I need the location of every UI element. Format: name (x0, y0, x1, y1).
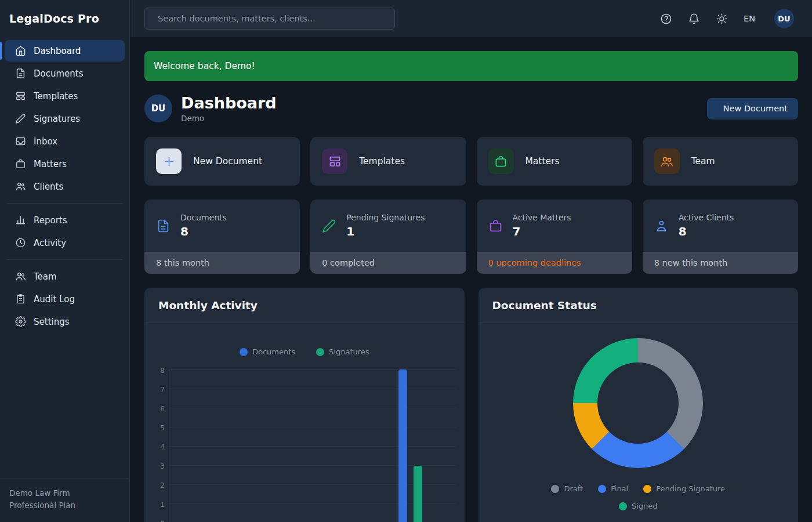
briefcase-icon (15, 158, 26, 169)
search-input[interactable] (158, 14, 387, 23)
sidebar-item-documents[interactable]: Documents (5, 63, 125, 84)
clock-icon (15, 237, 26, 248)
legend-dot (316, 348, 324, 356)
chart-header: Monthly Activity (144, 288, 465, 323)
chart-title: Monthly Activity (158, 299, 451, 311)
top-bar: EN DU (130, 0, 812, 37)
sidebar-item-clients[interactable]: Clients (5, 176, 125, 197)
quick-action-label: Templates (359, 156, 405, 166)
bar-documents[interactable] (398, 369, 407, 522)
stat-card-pending-signatures: Pending Signatures10 completed (310, 200, 466, 274)
stat-footer: 8 this month (144, 252, 300, 274)
document-status-card: Document Status DraftFinalPending Signat… (478, 288, 799, 522)
quick-action-new-document[interactable]: New Document (144, 137, 300, 186)
avatar: DU (144, 95, 172, 122)
legend-item-final[interactable]: Final (598, 484, 628, 493)
y-tick-label: 3 (160, 462, 165, 470)
stat-main: Pending Signatures1 (310, 200, 466, 252)
quick-action-label: Team (691, 156, 715, 166)
quick-action-team[interactable]: Team (643, 137, 798, 186)
legend-dot (551, 485, 559, 493)
templates-icon (322, 148, 347, 174)
search-box[interactable] (144, 8, 395, 30)
legend-item-signed[interactable]: Signed (619, 502, 658, 510)
bar-signatures[interactable] (414, 466, 422, 522)
briefcase-icon (488, 219, 503, 233)
sidebar-item-reports[interactable]: Reports (5, 209, 125, 231)
avatar: DU (774, 9, 794, 28)
sidebar-item-activity[interactable]: Activity (5, 232, 125, 253)
sidebar-item-templates[interactable]: Templates (5, 85, 125, 107)
user-icon (654, 219, 669, 233)
donut-chart-legend: DraftFinalPending SignatureSigned (539, 484, 737, 510)
legend-dot (619, 502, 627, 510)
donut-chart: DraftFinalPending SignatureSigned (478, 323, 799, 510)
legend-item-pending-signature[interactable]: Pending Signature (643, 484, 725, 493)
y-tick-label: 8 (160, 366, 165, 375)
chart-title: Document Status (492, 299, 785, 311)
page-title: Dashboard (181, 94, 277, 112)
header-actions: EN DU (660, 9, 798, 28)
plan-name: Professional Plan (9, 499, 120, 512)
sidebar-item-signatures[interactable]: Signatures (5, 108, 125, 129)
legend-label: Final (611, 484, 628, 493)
clipboard-icon (15, 293, 26, 304)
y-tick-label: 1 (160, 500, 165, 509)
sidebar-item-label: Settings (34, 317, 70, 327)
plus-icon (156, 148, 182, 174)
legend-label: Signed (632, 502, 658, 510)
stat-value: 7 (513, 224, 571, 238)
sun-icon[interactable] (716, 13, 728, 25)
pen-icon (15, 113, 26, 124)
legend-label: Draft (564, 484, 583, 493)
y-tick-label: 5 (160, 423, 165, 432)
welcome-banner: Welcome back, Demo! (144, 51, 798, 81)
sidebar-item-inbox[interactable]: Inbox (5, 130, 125, 152)
sidebar-item-label: Dashboard (34, 46, 81, 56)
bell-icon[interactable] (688, 13, 700, 25)
main-content: Welcome back, Demo! DU Dashboard Demo Ne… (130, 37, 812, 522)
new-document-button[interactable]: New Document (707, 98, 798, 119)
stat-main: Documents8 (144, 200, 300, 252)
gridline (169, 427, 456, 427)
briefcase-icon (488, 148, 514, 174)
legend-item-draft[interactable]: Draft (551, 484, 583, 493)
quick-action-templates[interactable]: Templates (310, 137, 466, 186)
sidebar-item-label: Inbox (34, 136, 57, 147)
donut-ring[interactable] (573, 338, 703, 468)
sidebar-item-label: Signatures (34, 114, 80, 124)
sidebar: LegalDocs Pro DashboardDocumentsTemplate… (0, 0, 130, 522)
sidebar-item-label: Activity (34, 238, 66, 248)
quick-action-matters[interactable]: Matters (477, 137, 632, 186)
sidebar-item-team[interactable]: Team (5, 266, 125, 287)
stat-label: Pending Signatures (346, 213, 425, 222)
sidebar-item-audit-log[interactable]: Audit Log (5, 288, 125, 310)
bar-chart-icon (15, 215, 26, 226)
legend-dot (643, 485, 651, 493)
stat-footer: 0 completed (310, 252, 466, 274)
document-icon (156, 219, 171, 233)
user-menu[interactable]: DU (774, 9, 798, 28)
stat-card-documents: Documents88 this month (144, 200, 300, 274)
legend-item-signatures[interactable]: Signatures (316, 347, 369, 356)
stat-label: Active Clients (679, 213, 734, 222)
quick-action-label: New Document (193, 156, 262, 166)
sidebar-item-dashboard[interactable]: Dashboard (5, 40, 125, 61)
home-icon (15, 45, 26, 56)
firm-name: Demo Law Firm (9, 487, 120, 499)
gear-icon (15, 316, 26, 327)
stat-label: Active Matters (513, 213, 571, 222)
stat-label: Documents (180, 213, 227, 222)
sidebar-item-settings[interactable]: Settings (5, 311, 125, 332)
monthly-activity-card: Monthly Activity DocumentsSignatures 012… (144, 288, 465, 522)
clients-icon (15, 181, 26, 192)
stat-cards: Documents88 this monthPending Signatures… (144, 200, 798, 274)
legend-item-documents[interactable]: Documents (240, 347, 295, 356)
donut-hole (597, 362, 679, 444)
bar-chart-legend: DocumentsSignatures (144, 323, 465, 356)
language-selector[interactable]: EN (744, 14, 759, 23)
y-tick-label: 0 (160, 519, 165, 522)
stat-main: Active Clients8 (643, 200, 798, 252)
sidebar-item-matters[interactable]: Matters (5, 153, 125, 175)
help-icon[interactable] (660, 13, 672, 25)
